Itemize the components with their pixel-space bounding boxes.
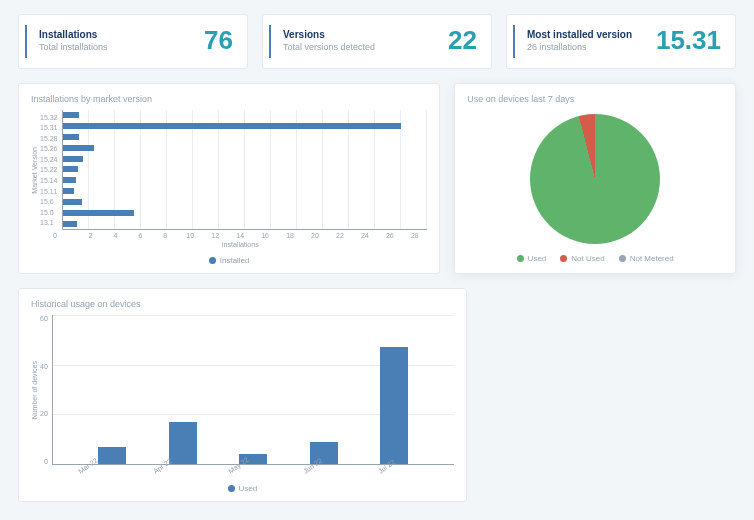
- legend-label: Used: [528, 254, 547, 263]
- bar: [63, 210, 135, 216]
- stat-title: Installations: [39, 29, 108, 40]
- chart-title: Installations by market version: [31, 94, 427, 104]
- stat-row: Installations Total installations 76 Ver…: [18, 14, 736, 69]
- chart-plot-area: [52, 315, 454, 465]
- middle-row: Installations by market version Market V…: [18, 83, 736, 274]
- bar: [63, 166, 79, 172]
- historical-usage-chart: Historical usage on devices Number of de…: [18, 288, 467, 502]
- bar: [98, 447, 126, 464]
- legend-label: Not Metered: [630, 254, 674, 263]
- legend-label: Not Used: [571, 254, 604, 263]
- y-axis-categories: 15.3215.3115.2815.2615.2415.2215.1415.11…: [40, 110, 62, 230]
- legend-label: Installed: [220, 256, 250, 265]
- stat-value: 22: [448, 25, 477, 56]
- bar: [63, 177, 76, 183]
- chart-title: Use on devices last 7 days: [467, 94, 723, 104]
- bar: [63, 134, 80, 140]
- stat-value: 15.31: [656, 25, 721, 56]
- bar: [380, 347, 408, 464]
- stat-card-installations: Installations Total installations 76: [18, 14, 248, 69]
- stat-value: 76: [204, 25, 233, 56]
- y-axis-ticks: 6040200: [40, 315, 52, 465]
- chart-legend: Installed: [31, 256, 427, 265]
- bar: [63, 188, 75, 194]
- stat-subtitle: 26 installations: [527, 42, 632, 52]
- legend-dot-icon: [619, 255, 626, 262]
- legend-dot-icon: [517, 255, 524, 262]
- x-axis-label: Installations: [53, 241, 427, 248]
- bar: [63, 145, 94, 151]
- stat-card-versions: Versions Total versions detected 22: [262, 14, 492, 69]
- y-axis-label: Market Version: [31, 147, 38, 194]
- bar: [63, 221, 77, 227]
- installations-by-version-chart: Installations by market version Market V…: [18, 83, 440, 274]
- legend-dot-icon: [209, 257, 216, 264]
- stat-card-most-installed: Most installed version 26 installations …: [506, 14, 736, 69]
- stat-subtitle: Total versions detected: [283, 42, 375, 52]
- stat-subtitle: Total installations: [39, 42, 108, 52]
- chart-title: Historical usage on devices: [31, 299, 454, 309]
- pie-graphic: [530, 114, 660, 244]
- chart-plot-area: [62, 110, 428, 230]
- x-axis-ticks: 0246810121416182022242628: [53, 232, 427, 239]
- legend-dot-icon: [228, 485, 235, 492]
- legend-dot-icon: [560, 255, 567, 262]
- x-axis-ticks: Mar 22Apr 22May 22Jun 22Jul 22: [31, 469, 454, 476]
- legend-label: Used: [239, 484, 258, 493]
- chart-legend: Used Not Used Not Metered: [467, 254, 723, 263]
- bar: [63, 156, 84, 162]
- bar: [63, 112, 80, 118]
- y-axis-label: Number of devices: [31, 361, 38, 419]
- stat-title: Most installed version: [527, 29, 632, 40]
- stat-title: Versions: [283, 29, 375, 40]
- use-on-devices-pie-chart: Use on devices last 7 days Used Not Used…: [454, 83, 736, 274]
- bar: [63, 123, 402, 129]
- chart-legend: Used: [31, 484, 454, 493]
- bar: [63, 199, 83, 205]
